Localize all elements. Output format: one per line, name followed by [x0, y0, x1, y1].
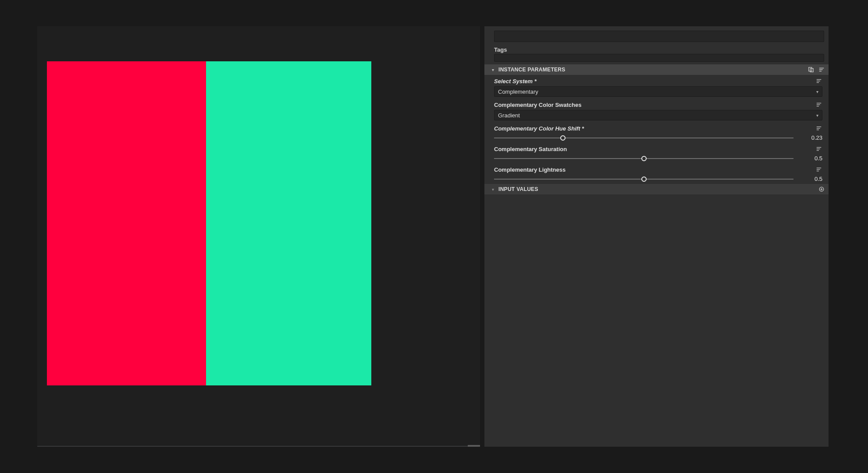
param-label: Complementary Color Hue Shift *	[494, 125, 584, 132]
param-swatches: Complementary Color Swatches Gradient ▾	[484, 99, 829, 122]
name-field-row	[484, 26, 829, 44]
swatches-dropdown[interactable]: Gradient ▾	[494, 110, 822, 120]
tags-input-row	[484, 54, 829, 64]
swatch-left	[47, 61, 206, 385]
param-saturation: Complementary Saturation 0.5	[484, 143, 829, 163]
param-hue-shift: Complementary Color Hue Shift * 0.23	[484, 122, 829, 143]
lightness-slider[interactable]	[494, 176, 793, 182]
lightness-value[interactable]: 0.5	[801, 176, 822, 182]
param-label: Complementary Saturation	[494, 146, 567, 152]
chevron-down-icon: ▾	[491, 187, 495, 192]
param-label: Complementary Lightness	[494, 166, 566, 173]
section-input-values[interactable]: ▾ INPUT VALUES	[484, 184, 829, 194]
app-root: Tags ▾ INSTANCE PARAMETERS Select System…	[37, 26, 829, 447]
swatch-right	[206, 61, 371, 385]
dropdown-value: Gradient	[498, 112, 520, 119]
param-select-system: Select System * Complementary ▾	[484, 75, 829, 99]
param-options-icon[interactable]	[815, 125, 822, 132]
chevron-down-icon: ▾	[816, 113, 818, 118]
param-lightness: Complementary Lightness 0.5	[484, 163, 829, 184]
saturation-slider[interactable]	[494, 155, 793, 162]
param-options-icon[interactable]	[815, 145, 822, 152]
dropdown-value: Complementary	[498, 88, 538, 95]
saturation-value[interactable]: 0.5	[801, 155, 822, 162]
select-system-dropdown[interactable]: Complementary ▾	[494, 86, 822, 97]
slider-thumb[interactable]	[641, 176, 647, 182]
param-options-icon[interactable]	[815, 78, 822, 85]
section-title: INPUT VALUES	[498, 186, 538, 192]
chevron-down-icon: ▾	[491, 67, 495, 72]
options-icon[interactable]	[818, 66, 825, 73]
hue-shift-value[interactable]: 0.23	[801, 134, 822, 141]
param-options-icon[interactable]	[815, 101, 822, 108]
tags-label: Tags	[484, 44, 829, 54]
viewport-scrollbar[interactable]	[468, 445, 480, 447]
param-label: Complementary Color Swatches	[494, 102, 581, 108]
tags-input[interactable]	[494, 54, 824, 62]
properties-panel: Tags ▾ INSTANCE PARAMETERS Select System…	[484, 26, 829, 447]
param-label: Select System *	[494, 78, 537, 85]
param-options-icon[interactable]	[815, 166, 822, 173]
add-icon[interactable]	[818, 186, 825, 193]
hue-shift-slider[interactable]	[494, 135, 793, 141]
chevron-down-icon: ▾	[816, 89, 818, 94]
preview-viewport[interactable]	[37, 26, 480, 447]
color-swatch-preview	[47, 61, 371, 385]
panel-empty-area	[484, 194, 829, 447]
slider-thumb[interactable]	[560, 135, 566, 141]
section-instance-parameters[interactable]: ▾ INSTANCE PARAMETERS	[484, 64, 829, 75]
name-input[interactable]	[494, 31, 824, 42]
section-title: INSTANCE PARAMETERS	[498, 67, 566, 73]
preset-icon[interactable]	[808, 66, 815, 73]
slider-thumb[interactable]	[641, 156, 647, 161]
